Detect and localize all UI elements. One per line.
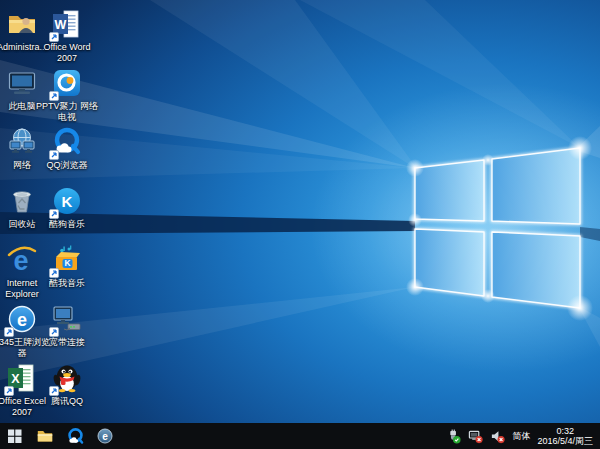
2345-browser-icon: e	[96, 427, 114, 445]
user-folder-icon	[6, 8, 38, 40]
shortcut-arrow-icon	[4, 386, 14, 396]
shortcut-arrow-icon	[49, 268, 59, 278]
svg-text:K: K	[64, 258, 71, 268]
taskbar-qq-browser[interactable]	[60, 423, 90, 449]
shortcut-arrow-icon	[49, 209, 59, 219]
clock-time: 0:32	[537, 426, 593, 437]
taskbar-file-explorer[interactable]	[30, 423, 60, 449]
recycle-bin-icon	[6, 185, 38, 217]
windows-logo-icon	[7, 428, 23, 444]
shortcut-arrow-icon	[4, 327, 14, 337]
desktop-icon-label: 酷我音乐	[36, 278, 98, 289]
excel-icon: X	[6, 362, 38, 394]
desktop-icon-label: Office Word 2007	[36, 42, 98, 64]
system-tray: 简体 0:32 2016/5/4/周三	[446, 423, 600, 449]
svg-text:e: e	[17, 310, 27, 330]
folder-icon	[36, 427, 54, 445]
taskbar-clock[interactable]: 0:32 2016/5/4/周三	[537, 426, 593, 447]
desktop-icon-label: QQ浏览器	[36, 160, 98, 171]
language-indicator[interactable]: 简体	[512, 430, 530, 443]
shortcut-arrow-icon	[49, 91, 59, 101]
2345-browser-icon: e	[6, 303, 38, 335]
desktop-icon-tencent-qq[interactable]: 腾讯QQ	[36, 362, 98, 407]
clock-date: 2016/5/4/周三	[537, 436, 593, 447]
svg-text:e: e	[102, 431, 108, 442]
svg-text:W: W	[55, 18, 67, 32]
kugou-icon: K	[51, 185, 83, 217]
desktop-icon-label: 宽带连接	[36, 337, 98, 348]
shortcut-arrow-icon	[49, 32, 59, 42]
desktop-icon-label: PPTV聚力 网络电视	[36, 101, 98, 123]
svg-text:X: X	[11, 372, 20, 386]
volume-muted-icon[interactable]	[490, 429, 505, 444]
taskbar-2345-browser[interactable]: e	[90, 423, 120, 449]
shortcut-arrow-icon	[49, 386, 59, 396]
qq-browser-icon	[51, 126, 83, 158]
qq-browser-icon	[66, 427, 85, 446]
desktop-icon-office-word[interactable]: W Office Word 2007	[36, 8, 98, 64]
windows-desktop: Administra... W Office Word 2007	[0, 0, 600, 449]
svg-text:K: K	[62, 193, 73, 210]
pptv-icon	[51, 67, 83, 99]
shortcut-arrow-icon	[49, 327, 59, 337]
taskbar: e	[0, 423, 600, 449]
safely-remove-hardware-icon[interactable]	[446, 429, 461, 444]
word-icon: W	[51, 8, 83, 40]
broadband-icon	[51, 303, 83, 335]
desktop-icon-label: 酷狗音乐	[36, 219, 98, 230]
desktop-icon-broadband-connection[interactable]: 宽带连接	[36, 303, 98, 348]
desktop-icon-label: 腾讯QQ	[36, 396, 98, 407]
desktop-icon-kuwo-music[interactable]: K 酷我音乐	[36, 244, 98, 289]
desktop-icon-pptv[interactable]: PPTV聚力 网络电视	[36, 67, 98, 123]
desktop-icon-qq-browser[interactable]: QQ浏览器	[36, 126, 98, 171]
start-button[interactable]	[0, 423, 30, 449]
network-globe-icon	[6, 126, 38, 158]
ie-icon: e	[6, 244, 38, 276]
network-disconnected-icon[interactable]	[468, 429, 483, 444]
desktop-icon-kugou-music[interactable]: K 酷狗音乐	[36, 185, 98, 230]
kuwo-icon: K	[51, 244, 83, 276]
monitor-icon	[6, 67, 38, 99]
shortcut-arrow-icon	[49, 150, 59, 160]
qq-penguin-icon	[51, 362, 83, 394]
